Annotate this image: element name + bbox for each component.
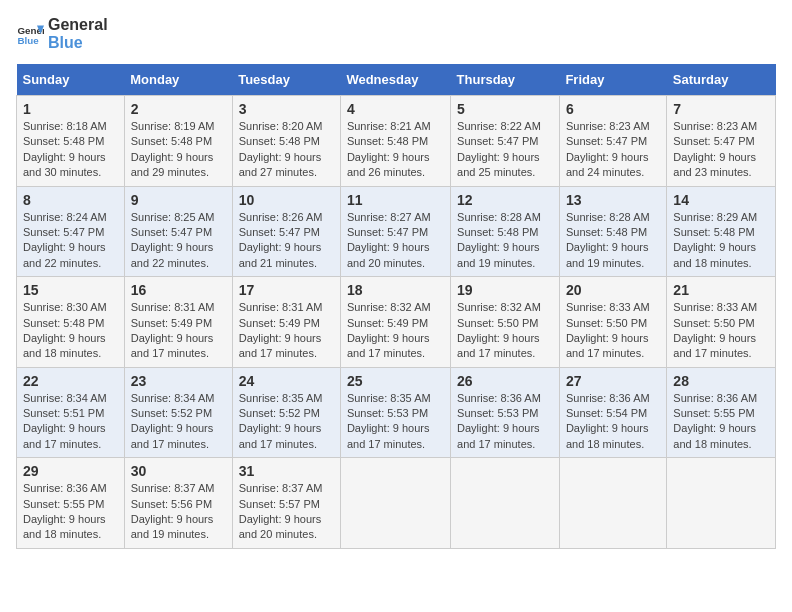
cell-info: Sunrise: 8:36 AM Sunset: 5:55 PM Dayligh… xyxy=(23,481,118,543)
cell-info: Sunrise: 8:22 AM Sunset: 5:47 PM Dayligh… xyxy=(457,119,553,181)
logo-icon: General Blue xyxy=(16,20,44,48)
calendar-cell: 21Sunrise: 8:33 AM Sunset: 5:50 PM Dayli… xyxy=(667,277,776,368)
cell-info: Sunrise: 8:28 AM Sunset: 5:48 PM Dayligh… xyxy=(457,210,553,272)
day-number: 1 xyxy=(23,101,118,117)
weekday-header-wednesday: Wednesday xyxy=(340,64,450,96)
calendar-cell: 19Sunrise: 8:32 AM Sunset: 5:50 PM Dayli… xyxy=(451,277,560,368)
day-number: 7 xyxy=(673,101,769,117)
week-row-2: 8Sunrise: 8:24 AM Sunset: 5:47 PM Daylig… xyxy=(17,186,776,277)
day-number: 10 xyxy=(239,192,334,208)
cell-info: Sunrise: 8:37 AM Sunset: 5:57 PM Dayligh… xyxy=(239,481,334,543)
cell-info: Sunrise: 8:27 AM Sunset: 5:47 PM Dayligh… xyxy=(347,210,444,272)
calendar-cell: 23Sunrise: 8:34 AM Sunset: 5:52 PM Dayli… xyxy=(124,367,232,458)
calendar-cell: 9Sunrise: 8:25 AM Sunset: 5:47 PM Daylig… xyxy=(124,186,232,277)
cell-info: Sunrise: 8:34 AM Sunset: 5:51 PM Dayligh… xyxy=(23,391,118,453)
weekday-header-saturday: Saturday xyxy=(667,64,776,96)
calendar-cell: 1Sunrise: 8:18 AM Sunset: 5:48 PM Daylig… xyxy=(17,96,125,187)
day-number: 23 xyxy=(131,373,226,389)
calendar-cell: 24Sunrise: 8:35 AM Sunset: 5:52 PM Dayli… xyxy=(232,367,340,458)
day-number: 18 xyxy=(347,282,444,298)
calendar-cell: 28Sunrise: 8:36 AM Sunset: 5:55 PM Dayli… xyxy=(667,367,776,458)
calendar-cell: 2Sunrise: 8:19 AM Sunset: 5:48 PM Daylig… xyxy=(124,96,232,187)
week-row-4: 22Sunrise: 8:34 AM Sunset: 5:51 PM Dayli… xyxy=(17,367,776,458)
day-number: 11 xyxy=(347,192,444,208)
day-number: 15 xyxy=(23,282,118,298)
calendar-cell: 22Sunrise: 8:34 AM Sunset: 5:51 PM Dayli… xyxy=(17,367,125,458)
calendar-cell: 18Sunrise: 8:32 AM Sunset: 5:49 PM Dayli… xyxy=(340,277,450,368)
cell-info: Sunrise: 8:32 AM Sunset: 5:49 PM Dayligh… xyxy=(347,300,444,362)
cell-info: Sunrise: 8:23 AM Sunset: 5:47 PM Dayligh… xyxy=(673,119,769,181)
cell-info: Sunrise: 8:25 AM Sunset: 5:47 PM Dayligh… xyxy=(131,210,226,272)
cell-info: Sunrise: 8:35 AM Sunset: 5:53 PM Dayligh… xyxy=(347,391,444,453)
logo-blue-text: Blue xyxy=(48,34,83,51)
day-number: 13 xyxy=(566,192,660,208)
day-number: 19 xyxy=(457,282,553,298)
cell-info: Sunrise: 8:32 AM Sunset: 5:50 PM Dayligh… xyxy=(457,300,553,362)
weekday-header-friday: Friday xyxy=(559,64,666,96)
calendar-cell: 16Sunrise: 8:31 AM Sunset: 5:49 PM Dayli… xyxy=(124,277,232,368)
calendar-cell: 31Sunrise: 8:37 AM Sunset: 5:57 PM Dayli… xyxy=(232,458,340,549)
calendar-cell: 12Sunrise: 8:28 AM Sunset: 5:48 PM Dayli… xyxy=(451,186,560,277)
weekday-header-monday: Monday xyxy=(124,64,232,96)
day-number: 20 xyxy=(566,282,660,298)
day-number: 17 xyxy=(239,282,334,298)
cell-info: Sunrise: 8:23 AM Sunset: 5:47 PM Dayligh… xyxy=(566,119,660,181)
calendar-cell: 10Sunrise: 8:26 AM Sunset: 5:47 PM Dayli… xyxy=(232,186,340,277)
cell-info: Sunrise: 8:30 AM Sunset: 5:48 PM Dayligh… xyxy=(23,300,118,362)
cell-info: Sunrise: 8:33 AM Sunset: 5:50 PM Dayligh… xyxy=(673,300,769,362)
calendar-cell: 13Sunrise: 8:28 AM Sunset: 5:48 PM Dayli… xyxy=(559,186,666,277)
weekday-header-tuesday: Tuesday xyxy=(232,64,340,96)
calendar-cell: 11Sunrise: 8:27 AM Sunset: 5:47 PM Dayli… xyxy=(340,186,450,277)
cell-info: Sunrise: 8:33 AM Sunset: 5:50 PM Dayligh… xyxy=(566,300,660,362)
day-number: 25 xyxy=(347,373,444,389)
calendar-cell: 29Sunrise: 8:36 AM Sunset: 5:55 PM Dayli… xyxy=(17,458,125,549)
week-row-1: 1Sunrise: 8:18 AM Sunset: 5:48 PM Daylig… xyxy=(17,96,776,187)
logo-general-text: General xyxy=(48,16,108,34)
day-number: 9 xyxy=(131,192,226,208)
day-number: 26 xyxy=(457,373,553,389)
calendar-cell xyxy=(667,458,776,549)
cell-info: Sunrise: 8:31 AM Sunset: 5:49 PM Dayligh… xyxy=(131,300,226,362)
calendar-cell: 17Sunrise: 8:31 AM Sunset: 5:49 PM Dayli… xyxy=(232,277,340,368)
day-number: 8 xyxy=(23,192,118,208)
logo: General Blue General Blue xyxy=(16,16,108,52)
cell-info: Sunrise: 8:37 AM Sunset: 5:56 PM Dayligh… xyxy=(131,481,226,543)
calendar-table: SundayMondayTuesdayWednesdayThursdayFrid… xyxy=(16,64,776,549)
calendar-cell xyxy=(340,458,450,549)
day-number: 4 xyxy=(347,101,444,117)
calendar-cell: 4Sunrise: 8:21 AM Sunset: 5:48 PM Daylig… xyxy=(340,96,450,187)
weekday-header-thursday: Thursday xyxy=(451,64,560,96)
calendar-cell: 26Sunrise: 8:36 AM Sunset: 5:53 PM Dayli… xyxy=(451,367,560,458)
day-number: 12 xyxy=(457,192,553,208)
cell-info: Sunrise: 8:28 AM Sunset: 5:48 PM Dayligh… xyxy=(566,210,660,272)
calendar-cell: 27Sunrise: 8:36 AM Sunset: 5:54 PM Dayli… xyxy=(559,367,666,458)
week-row-3: 15Sunrise: 8:30 AM Sunset: 5:48 PM Dayli… xyxy=(17,277,776,368)
day-number: 31 xyxy=(239,463,334,479)
page-header: General Blue General Blue xyxy=(16,16,776,52)
calendar-cell: 7Sunrise: 8:23 AM Sunset: 5:47 PM Daylig… xyxy=(667,96,776,187)
day-number: 30 xyxy=(131,463,226,479)
cell-info: Sunrise: 8:34 AM Sunset: 5:52 PM Dayligh… xyxy=(131,391,226,453)
day-number: 5 xyxy=(457,101,553,117)
day-number: 27 xyxy=(566,373,660,389)
calendar-cell: 30Sunrise: 8:37 AM Sunset: 5:56 PM Dayli… xyxy=(124,458,232,549)
cell-info: Sunrise: 8:35 AM Sunset: 5:52 PM Dayligh… xyxy=(239,391,334,453)
cell-info: Sunrise: 8:21 AM Sunset: 5:48 PM Dayligh… xyxy=(347,119,444,181)
calendar-cell: 6Sunrise: 8:23 AM Sunset: 5:47 PM Daylig… xyxy=(559,96,666,187)
calendar-cell: 8Sunrise: 8:24 AM Sunset: 5:47 PM Daylig… xyxy=(17,186,125,277)
weekday-header-sunday: Sunday xyxy=(17,64,125,96)
cell-info: Sunrise: 8:36 AM Sunset: 5:53 PM Dayligh… xyxy=(457,391,553,453)
day-number: 2 xyxy=(131,101,226,117)
calendar-cell: 3Sunrise: 8:20 AM Sunset: 5:48 PM Daylig… xyxy=(232,96,340,187)
calendar-cell: 20Sunrise: 8:33 AM Sunset: 5:50 PM Dayli… xyxy=(559,277,666,368)
day-number: 16 xyxy=(131,282,226,298)
cell-info: Sunrise: 8:20 AM Sunset: 5:48 PM Dayligh… xyxy=(239,119,334,181)
calendar-cell: 5Sunrise: 8:22 AM Sunset: 5:47 PM Daylig… xyxy=(451,96,560,187)
calendar-cell: 15Sunrise: 8:30 AM Sunset: 5:48 PM Dayli… xyxy=(17,277,125,368)
day-number: 6 xyxy=(566,101,660,117)
day-number: 28 xyxy=(673,373,769,389)
cell-info: Sunrise: 8:29 AM Sunset: 5:48 PM Dayligh… xyxy=(673,210,769,272)
cell-info: Sunrise: 8:19 AM Sunset: 5:48 PM Dayligh… xyxy=(131,119,226,181)
weekday-header-row: SundayMondayTuesdayWednesdayThursdayFrid… xyxy=(17,64,776,96)
day-number: 29 xyxy=(23,463,118,479)
